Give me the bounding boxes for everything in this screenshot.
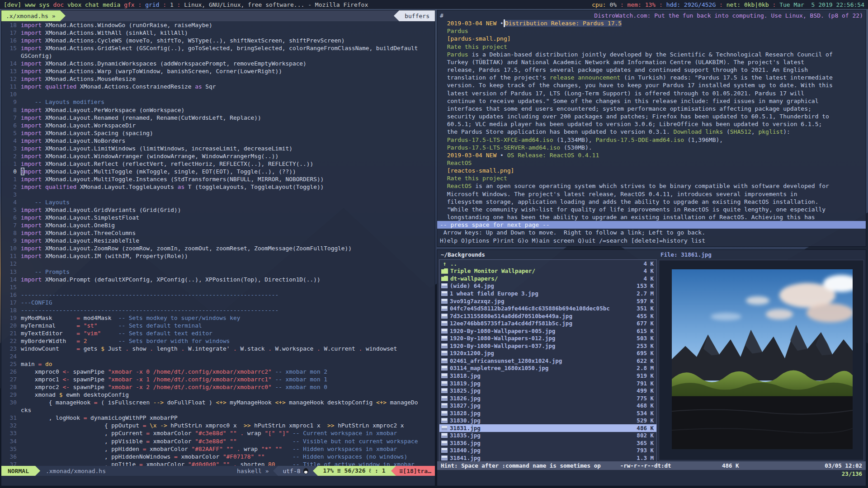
vim-code-area[interactable]: 18import XMonad.Actions.WindowGo (runOrR…: [1, 21, 435, 466]
code-line[interactable]: 6import XMonad.Layout.WorkspaceDir: [1, 122, 435, 129]
code-line[interactable]: 4import XMonad.Layout.NoBorders: [1, 137, 435, 145]
link[interactable]: Pardus-17.5-LTS-SERVER-amd64.iso: [440, 144, 560, 151]
code-line[interactable]: 10: [1, 90, 435, 98]
code-line[interactable]: 0import XMonad.Layout.MultiToggle (mkTog…: [1, 168, 435, 175]
file-row[interactable]: ↑..4 K: [439, 260, 656, 267]
code-line[interactable]: 34 , ppVisible = xmobarColor "#c3e88d" "…: [1, 437, 435, 445]
vim-terminal-window[interactable]: .x/xmonad.hs » buffers 18import XMonad.A…: [1, 10, 435, 486]
file-row[interactable]: 31830.jpg529 K: [439, 417, 656, 424]
file-row[interactable]: 31828.jpg534 K: [439, 409, 656, 417]
file-row[interactable]: 31831.jpg486 K: [439, 424, 656, 432]
code-line[interactable]: 1import XMonad.Layout.Reflect (reflectVe…: [1, 160, 435, 168]
vim-command-line[interactable]: [1, 476, 435, 486]
code-line[interactable]: 36 , ppHiddenNoWindows = xmobarColor "#F…: [1, 453, 435, 460]
workspace-list[interactable]: [dev] www sys doc vbox chat media gfx : …: [4, 1, 368, 8]
file-row[interactable]: 31825.jpg499 K: [439, 387, 656, 394]
link[interactable]: Rate this project: [440, 175, 507, 182]
code-line[interactable]: 16import XMonad.Actions.CycleWS (moveTo,…: [1, 37, 435, 44]
link[interactable]: Download links: [674, 128, 723, 135]
file-row[interactable]: 7d3c13155880e514a8d6d70510be449a.jpg455 …: [439, 312, 656, 320]
code-line[interactable]: 17---CONFIG: [1, 299, 435, 306]
code-line[interactable]: 9import XMonad.Layout.ResizableTile: [1, 237, 435, 244]
link[interactable]: pkglist: [758, 128, 783, 135]
vifm-file-manager-window[interactable]: ~/Backgrounds File: 31861.jpg ↑..4 KTrip…: [437, 249, 866, 486]
code-line[interactable]: 1import XMonad.Layout.MultiToggle.Instan…: [1, 175, 435, 183]
code-line[interactable]: 3: [1, 191, 435, 198]
code-line[interactable]: 18import XMonad.Actions.WindowGo (runOrR…: [1, 21, 435, 29]
file-row[interactable]: 31835.jpg802 K: [439, 432, 656, 440]
code-line[interactable]: 8import XMonad.Layout.PerWorkspace (onWo…: [1, 106, 435, 114]
code-line[interactable]: 19myModMask = mod4Mask -- Sets modkey to…: [1, 314, 435, 322]
file-row[interactable]: dt-wallpapers/4 K: [439, 275, 656, 282]
code-line[interactable]: 7import XMonad.Layout.OneBig: [1, 221, 435, 229]
file-row[interactable]: 31818.jpg919 K: [439, 372, 656, 380]
code-line[interactable]: 33 , ppCurrent = xmobarColor "#c3e88d" "…: [1, 429, 435, 437]
code-line[interactable]: 15: [1, 283, 435, 291]
link[interactable]: Rate this project: [440, 43, 507, 50]
link[interactable]: ReactOS: [440, 183, 472, 189]
file-row[interactable]: 31840.jpg793 K: [439, 447, 656, 455]
file-row[interactable]: 1920-By-1080-Wallpapers-037.jpg253 K: [439, 342, 656, 350]
code-line[interactable]: 12: [1, 260, 435, 267]
file-list-pane[interactable]: ↑..4 KTriple Monitor Wallpaper/4 Kdt-wal…: [439, 259, 657, 462]
code-line[interactable]: 13 -- Prompts: [1, 268, 435, 276]
file-row[interactable]: 31826.jpg775 K: [439, 394, 656, 402]
buffers-button[interactable]: buffers: [399, 10, 435, 21]
code-line[interactable]: 5import XMonad.Layout.Spacing (spacing): [1, 129, 435, 137]
code-line[interactable]: GSConfig): [1, 52, 435, 60]
code-line[interactable]: 9 -- Layouts modifiers: [1, 98, 435, 106]
file-row[interactable]: 12ee746bb85735f1a7a4cd4d7f581b5c.jpg677 …: [439, 319, 656, 327]
code-line[interactable]: 2import XMonad.Layout.WindowArranger (wi…: [1, 152, 435, 160]
file-row[interactable]: Triple Monitor Wallpaper/4 K: [439, 267, 656, 275]
code-line[interactable]: 20myTerminal = "st" -- Sets default term…: [1, 322, 435, 329]
link[interactable]: ReactOS: [440, 160, 472, 166]
code-line[interactable]: 17import XMonad.Actions.WithAll (sinkAll…: [1, 29, 435, 37]
link[interactable]: Pardus-17.5-LTS-XFCE-amd64.iso: [440, 136, 553, 143]
code-line[interactable]: 8import XMonad.Layout.ThreeColumns: [1, 229, 435, 237]
code-line[interactable]: 26 xmproc0 <- spawnPipe "xmobar -x 0 /ho…: [1, 368, 435, 375]
code-line[interactable]: 37 , ppTitle = xmobarColor "#d0d0d0" "" …: [1, 460, 435, 466]
file-row[interactable]: 3vo91g7azxqz.jpg597 K: [439, 297, 656, 305]
code-line[interactable]: 5import XMonad.Layout.GridVariants (Grid…: [1, 206, 435, 214]
code-line[interactable]: cks: [1, 406, 435, 414]
code-line[interactable]: 23windowCount = gets $ Just . show . len…: [1, 345, 435, 352]
file-row[interactable]: 1920-By-1080-Wallpapers-012.jpg503 K: [439, 334, 656, 342]
code-line[interactable]: 29 xmonad $ ewmh desktopConfig: [1, 391, 435, 399]
code-line[interactable]: 4 -- Layouts: [1, 198, 435, 206]
link[interactable]: Pardus-17.5-DDE-amd64.iso: [595, 136, 684, 143]
file-row[interactable]: 1920-By-1080-Wallpapers-005.jpg615 K: [439, 327, 656, 335]
lynx-browser-window[interactable]: #DistroWatch.com: Put the fun back into …: [437, 10, 866, 247]
code-line[interactable]: 32 { ppOutput = \x -> hPutStrLn xmproc0 …: [1, 422, 435, 429]
code-line[interactable]: 21myTextEditor = "vim" -- Sets default t…: [1, 329, 435, 337]
link[interactable]: Pardus: [440, 51, 468, 58]
code-line[interactable]: 10import XMonad.Layout.ZoomRow (zoomRow,…: [1, 244, 435, 252]
link[interactable]: release announcement: [550, 74, 621, 81]
code-line[interactable]: 35 , ppHidden = xmobarColor "#82AAFF" ""…: [1, 445, 435, 453]
file-row[interactable]: 31827.jpg468 K: [439, 402, 656, 409]
code-line[interactable]: 16--------------------------------------…: [1, 291, 435, 299]
file-row[interactable]: 1 wheat field Europe 3.jpg2.7 M: [439, 290, 656, 297]
file-row[interactable]: 31819.jpg791 K: [439, 380, 656, 387]
link[interactable]: Pardus: [440, 28, 468, 34]
code-line[interactable]: 14import XMonad.Prompt (defaultXPConfig,…: [1, 276, 435, 283]
file-row[interactable]: 1920x1200.jpg695 K: [439, 350, 656, 357]
file-row[interactable]: 02461_africansunset_1280x1024.jpg622 K: [439, 357, 656, 365]
vim-tab-xmonad-hs[interactable]: .x/xmonad.hs »: [1, 10, 60, 21]
code-line[interactable]: 11import qualified XMonad.Actions.Constr…: [1, 83, 435, 90]
file-row[interactable]: 31836.jpg365 K: [439, 439, 656, 447]
code-line[interactable]: 27 xmproc1 <- spawnPipe "xmobar -x 1 /ho…: [1, 375, 435, 383]
code-line[interactable]: 31 , logHook = dynamicLogWithPP xmobarPP: [1, 414, 435, 422]
code-line[interactable]: 14import XMonad.Actions.DynamicWorkspace…: [1, 60, 435, 67]
code-line[interactable]: 15import XMonad.Actions.GridSelect (GSCo…: [1, 44, 435, 52]
code-line[interactable]: 22myBorderWidth = 2 -- Sets border width…: [1, 337, 435, 345]
code-line[interactable]: 3import XMonad.Layout.LimitWindows (limi…: [1, 145, 435, 152]
link[interactable]: SHA512: [730, 128, 751, 135]
file-row[interactable]: 03114_mapletree_1680x1050.jpg2.8 M: [439, 365, 656, 372]
code-line[interactable]: 25main = do: [1, 360, 435, 368]
code-line[interactable]: 11import XMonad.Layout.IM (withIM, Prope…: [1, 252, 435, 260]
file-row[interactable]: 04fc7e45d58112b2a9fe446c8c635886b694e108…: [439, 305, 656, 312]
code-line[interactable]: 6import XMonad.Layout.SimplestFloat: [1, 214, 435, 221]
code-line[interactable]: 7import XMonad.Layout.Renamed (renamed, …: [1, 114, 435, 122]
code-line[interactable]: 24: [1, 352, 435, 360]
code-line[interactable]: 28 xmproc2 <- spawnPipe "xmobar -x 2 /ho…: [1, 383, 435, 391]
